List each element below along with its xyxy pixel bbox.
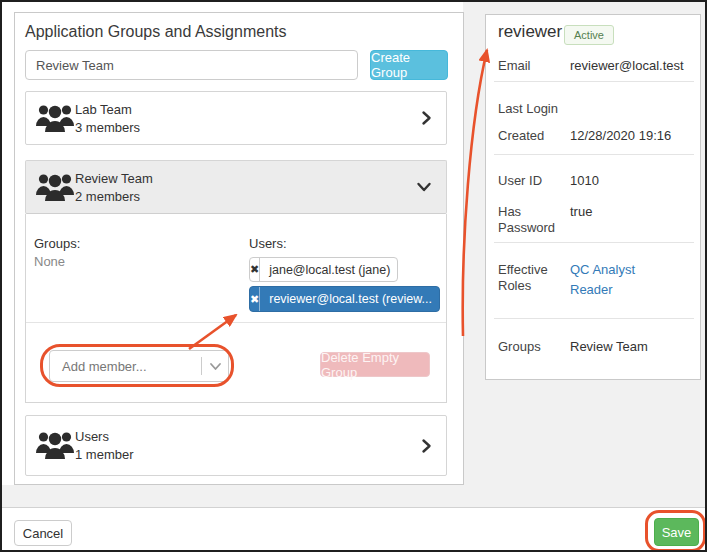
add-member-placeholder: Add member... — [50, 359, 201, 374]
group-member-count: 2 members — [75, 189, 140, 204]
delete-empty-group-button[interactable]: Delete Empty Group — [320, 352, 430, 377]
group-card-lab-team[interactable]: Lab Team 3 members — [25, 91, 447, 145]
add-member-select[interactable]: Add member... — [49, 350, 229, 382]
detail-groups-value: Review Team — [570, 339, 648, 355]
group-card-review-team[interactable]: Review Team 2 members — [25, 160, 447, 214]
member-chip-label: reviewer@local.test (review... — [260, 287, 440, 311]
email-value: reviewer@local.test — [570, 58, 684, 74]
section-divider — [26, 322, 446, 323]
groups-label: Groups: — [34, 236, 80, 251]
member-chip-label: jane@local.test (jane) — [260, 258, 398, 281]
group-name: Lab Team — [75, 102, 132, 117]
users-label: Users: — [249, 236, 287, 251]
background-bottom-strip — [2, 485, 705, 507]
remove-member-icon[interactable]: ✖ — [250, 287, 260, 311]
group-icon — [35, 428, 75, 462]
email-label: Email — [498, 58, 562, 74]
created-label: Created — [498, 128, 562, 144]
status-badge: Active — [564, 25, 614, 45]
effective-roles-label: Effective Roles — [498, 262, 562, 294]
role-link-reader[interactable]: Reader — [570, 282, 613, 298]
group-member-count: 3 members — [75, 120, 140, 135]
has-password-value: true — [570, 204, 592, 220]
save-button[interactable]: Save — [654, 518, 699, 546]
groups-value: None — [34, 254, 65, 269]
chevron-right-icon — [421, 110, 432, 126]
group-card-users[interactable]: Users 1 member — [25, 415, 447, 476]
detail-divider — [494, 242, 694, 243]
created-value: 12/28/2020 19:16 — [570, 128, 671, 144]
chevron-down-icon — [416, 182, 432, 193]
group-name: Review Team — [75, 171, 153, 186]
groups-panel: Application Groups and Assignments Creat… — [14, 12, 464, 485]
user-detail-panel: reviewer Active Email reviewer@local.tes… — [485, 14, 701, 380]
create-group-button[interactable]: Create Group — [370, 50, 448, 80]
member-chip-reviewer: ✖ reviewer@local.test (review... — [249, 286, 440, 312]
app-window: Application Groups and Assignments Creat… — [0, 0, 707, 552]
group-icon — [35, 101, 75, 135]
detail-divider — [494, 154, 694, 155]
detail-divider — [494, 81, 694, 82]
user-name-title: reviewer — [498, 22, 562, 42]
chevron-down-icon — [202, 362, 228, 371]
user-id-label: User ID — [498, 173, 562, 189]
group-name-input[interactable] — [25, 50, 358, 80]
chevron-right-icon — [421, 438, 432, 454]
page-title: Application Groups and Assignments — [25, 23, 286, 41]
user-id-value: 1010 — [570, 173, 599, 189]
remove-member-icon[interactable]: ✖ — [250, 258, 260, 281]
detail-groups-label: Groups — [498, 339, 562, 355]
expanded-group-detail: Groups: None Users: ✖ jane@local.test (j… — [25, 214, 447, 403]
has-password-label: Has Password — [498, 204, 562, 236]
last-login-label: Last Login — [498, 101, 562, 117]
member-chip-jane: ✖ jane@local.test (jane) — [249, 257, 398, 282]
cancel-button[interactable]: Cancel — [14, 520, 72, 546]
group-member-count: 1 member — [75, 447, 134, 462]
footer-divider — [2, 507, 705, 508]
detail-divider — [494, 318, 694, 319]
role-link-qc-analyst[interactable]: QC Analyst — [570, 262, 635, 278]
group-icon — [35, 170, 75, 204]
group-name: Users — [75, 429, 109, 444]
